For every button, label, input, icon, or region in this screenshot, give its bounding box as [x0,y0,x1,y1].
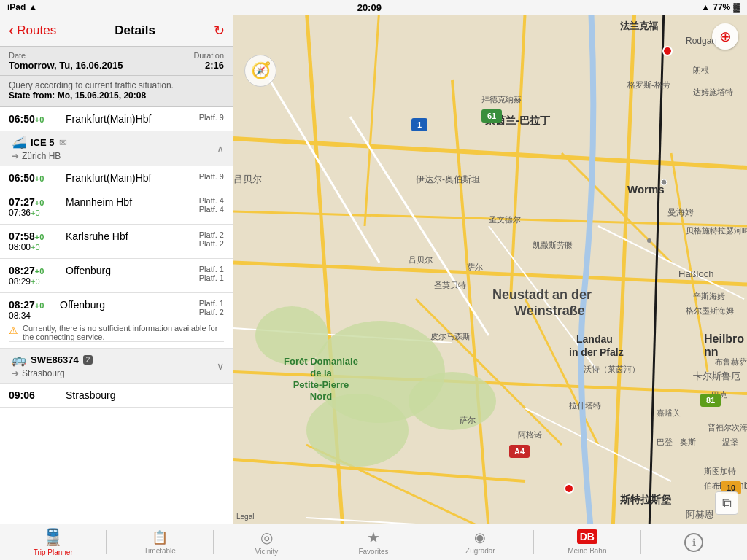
platform-arr: Platf. 1 [180,299,224,308]
query-note: Query according to current traffic situa… [9,80,174,90]
state-label: State from: Mo, 15.06.2015, 20:08 [9,90,146,101]
svg-text:拉什塔特: 拉什塔特 [569,401,601,410]
location-target-button[interactable]: ⊕ [712,23,738,50]
expand-button[interactable]: ∧ [217,143,224,155]
station-name: Offenburg [60,299,180,311]
station-name: Karlsruhe Hbf [66,230,174,242]
train-icon: 🚄 [12,136,26,149]
status-time: 20:09 [357,2,382,13]
refresh-button[interactable]: ↻ [214,23,225,39]
tab-zugradar[interactable]: ◉ Zugradar [427,524,533,560]
time-arr: 07:58+0 [9,230,60,242]
back-label: Routes [17,23,56,38]
trip-planner-icon: 🚆 [43,528,63,547]
battery-icon: ▓ [733,2,740,12]
svg-text:81: 81 [706,396,715,405]
svg-text:萨尔: 萨尔 [467,262,483,271]
time-arr: 09:06 [9,389,60,401]
svg-text:61: 61 [487,112,496,120]
date-label: Date [9,51,123,60]
stop-karlsruhe: 07:58+0 08:00+0 Karlsruhe Hbf Platf. 2 P… [0,225,233,259]
svg-text:Landau: Landau [576,333,613,345]
timetable-icon: 📋 [152,529,168,545]
svg-text:普福尔次海姆: 普福尔次海姆 [708,423,747,432]
stop-offenburg-2: 08:27+0 08:34 Offenburg Platf. 1 Platf. … [0,293,233,349]
time-dep: 08:34 [9,311,60,321]
svg-text:1: 1 [417,120,422,129]
svg-point-35 [647,238,651,243]
carrier-label: iPad [7,2,26,12]
svg-text:格罗斯-格劳: 格罗斯-格劳 [627,80,670,89]
platform-dep: Platf. 1 [180,273,224,282]
tab-trip-planner-label: Trip Planner [34,548,73,556]
wifi-icon: ▲ [28,2,37,12]
stop-frankfurt-2: 06:50+0 Frankfurt(Main)Hbf Platf. 9 [0,166,233,190]
svg-text:吕贝尔: 吕贝尔 [233,174,262,184]
svg-text:Heilbro: Heilbro [704,332,744,345]
station-name: Frankfurt(Main)Hbf [66,172,174,184]
svg-text:A4: A4 [514,447,525,456]
svg-text:Petite-Pierre: Petite-Pierre [293,379,349,390]
svg-text:阿格诺: 阿格诺 [518,430,542,439]
station-name: Mannheim Hbf [66,196,174,208]
train-ice5-row: 🚄 ICE 5 ✉ ➜ Zürich HB ∧ [0,131,233,166]
tab-meine-bahn[interactable]: DB Meine Bahn [534,524,640,560]
platform-dep: Platf. 2 [180,308,224,316]
tab-vicinity[interactable]: ◎ Vicinity [214,524,320,560]
tab-info[interactable]: ℹ [641,524,747,560]
platform-arr: Platf. 1 [180,265,224,273]
back-arrow-icon: ‹ [9,21,14,40]
station-name: Strasbourg [66,389,174,401]
svg-text:法兰克福: 法兰克福 [620,20,658,31]
svg-text:in der Pfalz: in der Pfalz [569,346,624,358]
svg-text:辛斯海姆: 辛斯海姆 [693,292,725,300]
time-arr: 07:27+0 [9,196,60,208]
svg-text:皮尔马森斯: 皮尔马森斯 [430,332,471,341]
warning-icon: ⚠ [9,324,18,336]
favorites-icon: ★ [367,529,380,546]
svg-text:卡尔斯鲁厄: 卡尔斯鲁厄 [693,370,740,381]
svg-text:Forêt Domaniale: Forêt Domaniale [284,356,358,367]
time-arr: 08:27+0 [9,299,60,311]
svg-text:阿赫恩: 阿赫恩 [686,509,714,520]
stop-mannheim: 07:27+0 07:36+0 Mannheim Hbf Platf. 4 Pl… [0,190,233,225]
nav-bar: ‹ Routes Details ↻ [0,15,233,47]
tab-favorites[interactable]: ★ Favorites [320,524,426,560]
tab-timetable[interactable]: 📋 Timetable [107,524,212,560]
time-dep: 07:36+0 [9,208,60,218]
platform-dep: Platf. 2 [180,239,224,248]
svg-text:Haßloch: Haßloch [678,268,713,279]
vicinity-icon: ◎ [260,529,273,546]
legal-text: Legal [236,513,254,521]
time-dep: 06:50+0 [9,113,60,125]
svg-point-32 [663,47,672,55]
svg-text:Nord: Nord [310,391,332,402]
arrow-icon: ➜ [12,368,19,378]
svg-text:布鲁赫萨尔: 布鲁赫萨尔 [715,357,747,366]
tab-zugradar-label: Zugradar [465,547,495,555]
svg-text:萨尔: 萨尔 [460,416,476,424]
station-name: Frankfurt(Main)Hbf [66,113,174,125]
swe-name: SWE86374 [31,354,79,365]
svg-text:拜德克纳赫: 拜德克纳赫 [481,95,522,104]
svg-text:凯撒斯劳滕: 凯撒斯劳滕 [533,241,573,249]
trip-info-section: Date Tomorrow, Tu, 16.06.2015 Duration 2… [0,47,233,76]
svg-text:贝格施特拉瑟河畔黑阴海姆: 贝格施特拉瑟河畔黑阴海姆 [686,226,747,235]
map-area: Forêt Domaniale de la Petite-Pierre Nord… [233,15,747,524]
tab-trip-planner[interactable]: 🚆 Trip Planner [0,524,106,560]
back-button[interactable]: ‹ Routes [9,21,56,40]
expand-swe-button[interactable]: ∨ [217,360,224,372]
svg-text:Weinstraße: Weinstraße [514,303,585,318]
db-icon: DB [577,529,597,544]
platform-value: Platf. 9 [180,172,224,181]
svg-text:斯特拉斯堡: 斯特拉斯堡 [619,494,672,505]
svg-text:朗根: 朗根 [693,66,709,74]
time-dep: 08:00+0 [9,242,60,252]
train-name: ICE 5 [31,137,55,148]
svg-text:斯图加特: 斯图加特 [704,467,736,475]
status-bar: iPad ▲ 20:09 ▲ 77% ▓ [0,0,747,15]
tab-meine-bahn-label: Meine Bahn [568,547,606,555]
map-pages-button[interactable]: ⧉ [715,491,738,515]
time-dep: 06:50+0 [9,172,60,184]
duration-value: 2:16 [193,60,224,71]
